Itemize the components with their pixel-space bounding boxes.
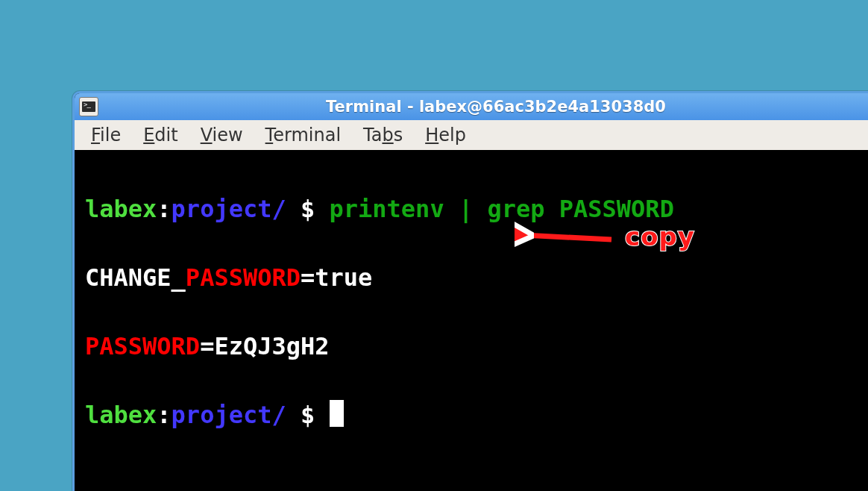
prompt-path: project/	[172, 195, 286, 223]
prompt-dollar: $	[286, 401, 330, 429]
prompt-user: labex	[85, 195, 157, 223]
command-text: printenv | grep PASSWORD	[330, 195, 674, 223]
terminal-window: Terminal - labex@66ac3b2e4a13038d0 File …	[72, 91, 868, 491]
prompt-user: labex	[85, 401, 157, 429]
window-title: Terminal - labex@66ac3b2e4a13038d0	[106, 98, 868, 116]
terminal-line-2: CHANGE_PASSWORD=true	[85, 260, 868, 295]
desktop-background: Terminal - labex@66ac3b2e4a13038d0 File …	[0, 0, 868, 491]
svg-line-1	[523, 235, 611, 240]
menu-help[interactable]: Help	[425, 125, 466, 146]
menu-view[interactable]: View	[201, 125, 243, 146]
grep-match: PASSWORD	[85, 332, 200, 360]
menu-terminal[interactable]: Terminal	[265, 125, 341, 146]
cursor-block	[330, 400, 344, 427]
terminal-line-4: labex:project/ $	[85, 398, 868, 432]
prompt-colon: :	[157, 401, 171, 429]
terminal-output[interactable]: labex:project/ $ printenv | grep PASSWOR…	[75, 150, 868, 491]
grep-match: PASSWORD	[186, 263, 301, 292]
prompt-path: project/	[172, 401, 286, 429]
window-titlebar[interactable]: Terminal - labex@66ac3b2e4a13038d0	[75, 93, 868, 120]
terminal-app-icon	[79, 97, 98, 116]
arrow-left-icon	[515, 222, 619, 251]
menu-edit[interactable]: Edit	[143, 125, 177, 146]
terminal-line-3: PASSWORD=EzQJ3gH2	[85, 329, 868, 363]
menu-bar: File Edit View Terminal Tabs Help	[75, 120, 868, 150]
terminal-line-1: labex:project/ $ printenv | grep PASSWOR…	[85, 192, 868, 226]
svg-line-0	[523, 235, 611, 240]
prompt-colon: :	[157, 195, 171, 223]
password-value: =EzQJ3gH2	[200, 332, 329, 360]
menu-tabs[interactable]: Tabs	[363, 125, 403, 146]
prompt-dollar: $	[286, 195, 330, 223]
menu-file[interactable]: File	[91, 125, 121, 146]
